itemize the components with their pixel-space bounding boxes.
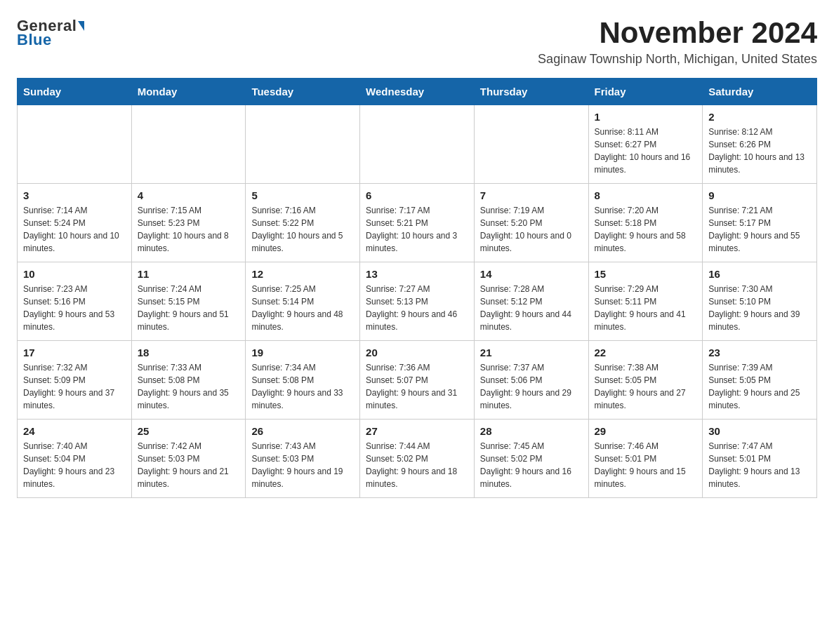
day-number: 20 [366, 347, 468, 358]
calendar-cell: 29Sunrise: 7:46 AM Sunset: 5:01 PM Dayli… [588, 420, 703, 498]
day-info: Sunrise: 7:29 AM Sunset: 5:11 PM Dayligh… [595, 283, 697, 333]
calendar-cell: 12Sunrise: 7:25 AM Sunset: 5:14 PM Dayli… [246, 262, 360, 341]
day-info: Sunrise: 7:45 AM Sunset: 5:02 PM Dayligh… [480, 440, 583, 490]
calendar-header: SundayMondayTuesdayWednesdayThursdayFrid… [18, 79, 817, 105]
calendar-cell: 2Sunrise: 8:12 AM Sunset: 6:26 PM Daylig… [703, 105, 817, 184]
calendar-cell: 3Sunrise: 7:14 AM Sunset: 5:24 PM Daylig… [18, 184, 132, 262]
calendar-cell: 26Sunrise: 7:43 AM Sunset: 5:03 PM Dayli… [246, 420, 360, 498]
calendar-cell: 20Sunrise: 7:36 AM Sunset: 5:07 PM Dayli… [360, 341, 475, 420]
calendar-cell: 21Sunrise: 7:37 AM Sunset: 5:06 PM Dayli… [474, 341, 588, 420]
calendar-cell: 17Sunrise: 7:32 AM Sunset: 5:09 PM Dayli… [18, 341, 132, 420]
calendar-cell: 6Sunrise: 7:17 AM Sunset: 5:21 PM Daylig… [360, 184, 475, 262]
day-info: Sunrise: 7:28 AM Sunset: 5:12 PM Dayligh… [480, 283, 583, 333]
day-info: Sunrise: 7:38 AM Sunset: 5:05 PM Dayligh… [595, 361, 697, 412]
day-number: 18 [138, 347, 240, 358]
day-info: Sunrise: 7:17 AM Sunset: 5:21 PM Dayligh… [366, 204, 468, 255]
calendar-cell [474, 105, 588, 184]
logo-blue-text: Blue [17, 31, 52, 49]
day-number: 4 [138, 189, 240, 201]
day-number: 10 [23, 268, 126, 280]
calendar-cell: 9Sunrise: 7:21 AM Sunset: 5:17 PM Daylig… [703, 184, 817, 262]
calendar-cell: 30Sunrise: 7:47 AM Sunset: 5:01 PM Dayli… [703, 420, 817, 498]
day-info: Sunrise: 7:27 AM Sunset: 5:13 PM Dayligh… [366, 283, 468, 333]
day-number: 1 [595, 111, 697, 123]
calendar-cell: 25Sunrise: 7:42 AM Sunset: 5:03 PM Dayli… [131, 420, 246, 498]
calendar-cell: 4Sunrise: 7:15 AM Sunset: 5:23 PM Daylig… [131, 184, 246, 262]
calendar-cell: 22Sunrise: 7:38 AM Sunset: 5:05 PM Dayli… [588, 341, 703, 420]
calendar-week-row: 3Sunrise: 7:14 AM Sunset: 5:24 PM Daylig… [18, 184, 817, 262]
day-number: 14 [480, 268, 583, 280]
day-info: Sunrise: 8:12 AM Sunset: 6:26 PM Dayligh… [708, 126, 811, 176]
calendar-week-row: 17Sunrise: 7:32 AM Sunset: 5:09 PM Dayli… [18, 341, 817, 420]
calendar-cell: 27Sunrise: 7:44 AM Sunset: 5:02 PM Dayli… [360, 420, 475, 498]
day-of-week-header: Saturday [703, 79, 817, 105]
day-number: 11 [138, 268, 240, 280]
day-info: Sunrise: 7:15 AM Sunset: 5:23 PM Dayligh… [138, 204, 240, 255]
day-number: 2 [708, 111, 811, 123]
calendar-cell: 23Sunrise: 7:39 AM Sunset: 5:05 PM Dayli… [703, 341, 817, 420]
calendar-cell: 8Sunrise: 7:20 AM Sunset: 5:18 PM Daylig… [588, 184, 703, 262]
calendar-cell [360, 105, 475, 184]
calendar-cell: 1Sunrise: 8:11 AM Sunset: 6:27 PM Daylig… [588, 105, 703, 184]
calendar-cell: 7Sunrise: 7:19 AM Sunset: 5:20 PM Daylig… [474, 184, 588, 262]
location-subtitle: Saginaw Township North, Michigan, United… [538, 52, 817, 67]
day-number: 27 [366, 425, 468, 437]
month-year-title: November 2024 [538, 17, 817, 49]
day-info: Sunrise: 7:39 AM Sunset: 5:05 PM Dayligh… [708, 361, 811, 412]
calendar-body: 1Sunrise: 8:11 AM Sunset: 6:27 PM Daylig… [18, 105, 817, 498]
day-number: 21 [480, 347, 583, 358]
day-info: Sunrise: 7:25 AM Sunset: 5:14 PM Dayligh… [251, 283, 354, 333]
day-of-week-header: Thursday [474, 79, 588, 105]
calendar-cell: 14Sunrise: 7:28 AM Sunset: 5:12 PM Dayli… [474, 262, 588, 341]
day-number: 12 [251, 268, 354, 280]
day-info: Sunrise: 7:36 AM Sunset: 5:07 PM Dayligh… [366, 361, 468, 412]
day-info: Sunrise: 7:34 AM Sunset: 5:08 PM Dayligh… [251, 361, 354, 412]
day-number: 30 [708, 425, 811, 437]
day-info: Sunrise: 7:16 AM Sunset: 5:22 PM Dayligh… [251, 204, 354, 255]
calendar-week-row: 1Sunrise: 8:11 AM Sunset: 6:27 PM Daylig… [18, 105, 817, 184]
calendar-table: SundayMondayTuesdayWednesdayThursdayFrid… [17, 78, 817, 498]
day-number: 3 [23, 189, 126, 201]
calendar-cell: 28Sunrise: 7:45 AM Sunset: 5:02 PM Dayli… [474, 420, 588, 498]
day-info: Sunrise: 7:32 AM Sunset: 5:09 PM Dayligh… [23, 361, 126, 412]
day-info: Sunrise: 7:20 AM Sunset: 5:18 PM Dayligh… [595, 204, 697, 255]
day-of-week-header: Monday [131, 79, 246, 105]
day-number: 24 [23, 425, 126, 437]
day-number: 26 [251, 425, 354, 437]
calendar-cell: 5Sunrise: 7:16 AM Sunset: 5:22 PM Daylig… [246, 184, 360, 262]
day-info: Sunrise: 8:11 AM Sunset: 6:27 PM Dayligh… [595, 126, 697, 176]
day-number: 9 [708, 189, 811, 201]
day-info: Sunrise: 7:24 AM Sunset: 5:15 PM Dayligh… [138, 283, 240, 333]
calendar-cell: 24Sunrise: 7:40 AM Sunset: 5:04 PM Dayli… [18, 420, 132, 498]
calendar-week-row: 10Sunrise: 7:23 AM Sunset: 5:16 PM Dayli… [18, 262, 817, 341]
day-number: 15 [595, 268, 697, 280]
day-info: Sunrise: 7:30 AM Sunset: 5:10 PM Dayligh… [708, 283, 811, 333]
day-of-week-header: Sunday [18, 79, 132, 105]
day-info: Sunrise: 7:14 AM Sunset: 5:24 PM Dayligh… [23, 204, 126, 255]
day-info: Sunrise: 7:43 AM Sunset: 5:03 PM Dayligh… [251, 440, 354, 490]
day-info: Sunrise: 7:42 AM Sunset: 5:03 PM Dayligh… [138, 440, 240, 490]
day-of-week-header: Friday [588, 79, 703, 105]
calendar-cell: 13Sunrise: 7:27 AM Sunset: 5:13 PM Dayli… [360, 262, 475, 341]
page-header: General Blue November 2024 Saginaw Towns… [17, 17, 817, 67]
day-number: 19 [251, 347, 354, 358]
day-info: Sunrise: 7:33 AM Sunset: 5:08 PM Dayligh… [138, 361, 240, 412]
day-number: 22 [595, 347, 697, 358]
day-number: 16 [708, 268, 811, 280]
day-number: 29 [595, 425, 697, 437]
day-info: Sunrise: 7:40 AM Sunset: 5:04 PM Dayligh… [23, 440, 126, 490]
day-info: Sunrise: 7:37 AM Sunset: 5:06 PM Dayligh… [480, 361, 583, 412]
day-info: Sunrise: 7:47 AM Sunset: 5:01 PM Dayligh… [708, 440, 811, 490]
day-of-week-header: Tuesday [246, 79, 360, 105]
calendar-cell: 19Sunrise: 7:34 AM Sunset: 5:08 PM Dayli… [246, 341, 360, 420]
day-info: Sunrise: 7:19 AM Sunset: 5:20 PM Dayligh… [480, 204, 583, 255]
calendar-cell [246, 105, 360, 184]
day-number: 23 [708, 347, 811, 358]
day-number: 8 [595, 189, 697, 201]
calendar-cell: 10Sunrise: 7:23 AM Sunset: 5:16 PM Dayli… [18, 262, 132, 341]
day-number: 13 [366, 268, 468, 280]
day-of-week-header: Wednesday [360, 79, 475, 105]
calendar-cell: 15Sunrise: 7:29 AM Sunset: 5:11 PM Dayli… [588, 262, 703, 341]
calendar-cell: 16Sunrise: 7:30 AM Sunset: 5:10 PM Dayli… [703, 262, 817, 341]
day-number: 28 [480, 425, 583, 437]
